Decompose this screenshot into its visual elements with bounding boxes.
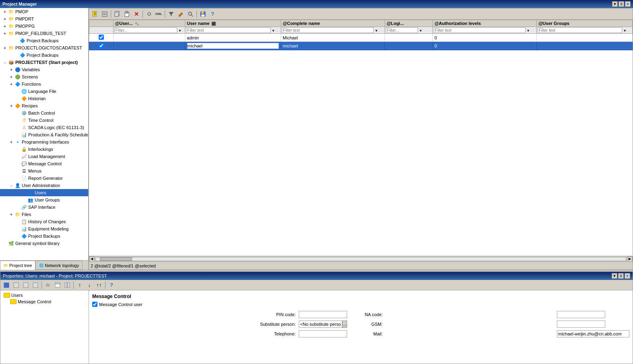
project-icon: 📦: [8, 59, 14, 66]
mc-checkbox[interactable]: [92, 302, 97, 307]
sidebar-item-language[interactable]: 🌐 Language File: [0, 88, 88, 95]
sidebar-item-files[interactable]: + 📁 Files: [0, 211, 88, 218]
filter-userid-input[interactable]: [114, 27, 177, 33]
sidebar-item-sapinterface[interactable]: 🔗 SAP Interface: [0, 204, 88, 211]
sidebar-item-useradmin[interactable]: - 👤 User Administration: [0, 182, 88, 189]
props-btn9[interactable]: ↓: [85, 281, 94, 290]
sidebar-item-projecttest[interactable]: - 📦 PROJECTTEST (Start project): [0, 59, 88, 66]
svg-rect-10: [126, 11, 128, 13]
props-restore-button[interactable]: 9: [618, 273, 624, 279]
props-close-button[interactable]: ×: [625, 273, 630, 279]
substitute-input[interactable]: [299, 321, 342, 328]
sidebar-item-backup3[interactable]: 🔷 Project Backups: [0, 232, 88, 240]
tab-network-topology[interactable]: 🌐 Network topology: [35, 261, 83, 270]
sidebar-item-interlockings[interactable]: 🔒 Interlockings: [0, 146, 88, 153]
props-minimize-button[interactable]: ▼: [612, 273, 617, 279]
sidebar-item-usergroups[interactable]: 👥 User Groups: [0, 196, 88, 204]
sidebar-item-histchanges[interactable]: 📋 History of Changes: [0, 218, 88, 225]
props-btn5[interactable]: ☆: [43, 281, 52, 290]
row-checkbox[interactable]: [99, 35, 104, 40]
telephone-input[interactable]: [299, 330, 347, 337]
mail-input[interactable]: [557, 330, 629, 337]
sidebar-item-gensymlib[interactable]: 🌿 General symbol library: [0, 240, 88, 247]
paste-button[interactable]: [122, 10, 131, 19]
props-users-folder[interactable]: Users: [2, 292, 87, 298]
row-userid: [113, 34, 185, 42]
props-btn6[interactable]: [53, 281, 62, 290]
recipes-icon: 🔶: [14, 103, 21, 109]
sidebar-item-users[interactable]: 👤 Users: [0, 189, 88, 196]
sidebar-item-fieldbus[interactable]: + 📁 PMOP_FIELDBUS_TEST: [0, 30, 88, 37]
scroll-left-button[interactable]: ◀: [89, 256, 95, 262]
sidebar-item-functions[interactable]: + 🔷 Functions: [0, 80, 88, 88]
sidebar-item-variables[interactable]: + 🔵 Variables: [0, 66, 88, 73]
filter-username-input[interactable]: [186, 27, 271, 33]
sidebar-item-loadmgmt[interactable]: 📈 Load Management: [0, 153, 88, 160]
table-row[interactable]: michael 0: [89, 42, 633, 50]
props-btn10[interactable]: ↑↑: [95, 281, 103, 290]
copy-button[interactable]: [113, 10, 122, 19]
props-btn7[interactable]: [63, 281, 72, 290]
sidebar-item-projectlogic[interactable]: + 📁 PROJECTLOGICTOSCADATEST: [0, 44, 88, 51]
filter-completename-input[interactable]: [282, 27, 374, 33]
scrollbar-thumb[interactable]: [100, 257, 132, 261]
filter-button[interactable]: [167, 10, 176, 19]
delete-button[interactable]: ✕: [132, 10, 141, 19]
export-button[interactable]: ⬡: [145, 10, 153, 19]
sidebar-item-reportgen[interactable]: 📄 Report Generator: [0, 175, 88, 182]
props-btn4[interactable]: [31, 281, 40, 290]
sidebar-item-recipes[interactable]: + 🔶 Recipes: [0, 102, 88, 109]
properties-button[interactable]: [100, 10, 109, 19]
scroll-right-button[interactable]: ▶: [627, 256, 633, 262]
svg-rect-4: [102, 12, 107, 16]
restore-button[interactable]: 9: [619, 1, 624, 7]
username-edit-input[interactable]: [187, 43, 279, 49]
row-username-editing[interactable]: [185, 42, 281, 50]
sidebar-item-scada[interactable]: ⚠ SCADA Logic (IEC 61131-3): [0, 124, 88, 131]
export-xml-button[interactable]: XML: [154, 10, 163, 19]
minimize-button[interactable]: ▼: [612, 1, 618, 7]
close-button[interactable]: ×: [625, 1, 631, 7]
properties-content: Users Message Control Message Control Me…: [0, 290, 633, 364]
sidebar-item-msgcontrol[interactable]: 💬 Message Control: [0, 160, 88, 167]
edit-button[interactable]: [176, 10, 185, 19]
filter-login-input[interactable]: [386, 27, 418, 33]
sidebar-item-timecontrol[interactable]: ⏱ Time Control: [0, 117, 88, 124]
sidebar-item-pmop[interactable]: + 📁 PMOP: [0, 8, 88, 15]
new-button[interactable]: [91, 10, 99, 19]
tab-project-tree[interactable]: 📁 Project tree: [0, 261, 35, 270]
variables-icon: 🔵: [14, 66, 21, 73]
row-checkbox[interactable]: [99, 43, 104, 48]
pin-code-input[interactable]: [299, 311, 347, 318]
save-button[interactable]: [199, 10, 207, 19]
horizontal-scrollbar[interactable]: ◀ ▶: [89, 256, 633, 261]
props-btn8[interactable]: ↑: [75, 281, 84, 290]
filter-groups-input[interactable]: [538, 27, 622, 33]
filter-auth-input[interactable]: [434, 27, 525, 33]
help-button[interactable]: ?: [208, 10, 217, 19]
props-help-button[interactable]: ?: [107, 281, 116, 290]
scrollbar-track[interactable]: [95, 257, 626, 261]
gsm-input[interactable]: [557, 321, 605, 328]
na-code-input[interactable]: [557, 311, 605, 318]
props-btn3[interactable]: [21, 281, 30, 290]
toolbar-separator: [111, 10, 111, 18]
sidebar-item-pmpdrt[interactable]: + 📁 PMPDRT: [0, 15, 88, 23]
props-btn1[interactable]: [2, 281, 11, 290]
sidebar-item-screens[interactable]: + 🟢 Screens: [0, 73, 88, 80]
sidebar-item-backup2[interactable]: 🔷 Project Backups: [0, 51, 88, 59]
sidebar-item-proginterfaces[interactable]: + 🔹 Programming Interfaces: [0, 138, 88, 146]
svg-rect-17: [201, 14, 205, 16]
sidebar-item-backup1[interactable]: 🔷 Project Backups: [0, 37, 88, 44]
sidebar-item-equipmodel[interactable]: 📊 Equipment Modeling: [0, 225, 88, 232]
substitute-browse-button[interactable]: ...: [342, 321, 347, 328]
sidebar-item-historian[interactable]: 🔶 Historian: [0, 95, 88, 102]
sidebar-item-pmoppg[interactable]: + 📁 PMOPPG: [0, 23, 88, 30]
sidebar-item-scheduler[interactable]: 📊 Production & Facility Scheduler: [0, 131, 88, 138]
sidebar-item-menus[interactable]: ☰ Menus: [0, 167, 88, 175]
props-btn2[interactable]: [12, 281, 21, 290]
table-row[interactable]: admin Michael 0: [89, 34, 633, 42]
props-msgcontrol-folder[interactable]: Message Control: [2, 298, 87, 305]
sidebar-item-batchcontrol[interactable]: ⚙️ Batch Control: [0, 109, 88, 117]
search-button[interactable]: [186, 10, 195, 19]
